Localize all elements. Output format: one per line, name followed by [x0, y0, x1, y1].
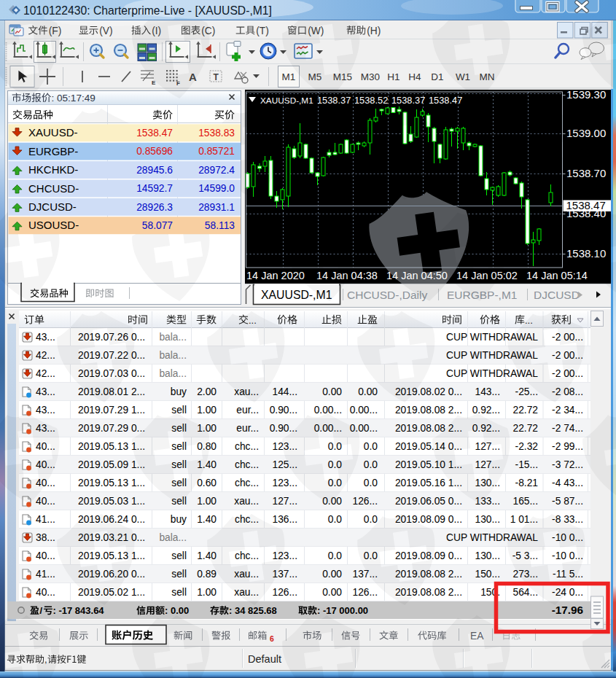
svg-text:136...: 136...: [272, 514, 297, 525]
svg-text:1.00: 1.00: [197, 587, 217, 598]
svg-text:chc...: chc...: [235, 478, 259, 488]
svg-text:XAUUSD-,M1: XAUUSD-,M1: [260, 96, 313, 106]
svg-text:22.72: 22.72: [512, 423, 538, 434]
svg-text:0.00: 0.00: [322, 386, 342, 397]
svg-text:42...: 42...: [36, 368, 55, 379]
svg-text:1539.30: 1539.30: [566, 88, 606, 101]
svg-text:CHCUSD-: CHCUSD-: [28, 182, 79, 195]
svg-text:-15...: -15...: [515, 459, 538, 470]
svg-text:1538.37: 1538.37: [317, 95, 351, 106]
svg-text:126...: 126...: [352, 496, 378, 507]
svg-text:XAUUSD-: XAUUSD-: [28, 126, 78, 139]
svg-text:165...: 165...: [512, 496, 538, 507]
svg-text:41...: 41...: [36, 514, 55, 525]
svg-text:2019.07.29 0...: 2019.07.29 0...: [78, 423, 145, 434]
svg-text:2019.08.08 2...: 2019.08.08 2...: [395, 405, 462, 416]
svg-text:sell: sell: [171, 587, 187, 598]
svg-text:-5 87...: -5 87...: [552, 496, 583, 507]
svg-text:2019.07.22 0...: 2019.07.22 0...: [78, 350, 145, 361]
svg-text:-2 99...: -2 99...: [552, 441, 583, 452]
svg-text:0.0: 0.0: [364, 514, 378, 525]
svg-text:1538.47: 1538.47: [429, 95, 462, 106]
svg-text:1.00: 1.00: [197, 496, 217, 507]
svg-text:xau...: xau...: [234, 496, 259, 507]
svg-text:USOUSD-: USOUSD-: [28, 219, 79, 231]
svg-text:: 0.00: : 0.00: [165, 605, 189, 616]
svg-text:-17.96: -17.96: [552, 604, 583, 616]
svg-text:130...: 130...: [475, 514, 500, 525]
svg-text:0.00: 0.00: [322, 587, 342, 598]
svg-text:1010122430: Charterprime-Live: 1010122430: Charterprime-Live - [XAUUSD-…: [23, 4, 272, 17]
svg-text:sell: sell: [171, 459, 187, 470]
svg-text:(H): (H): [367, 26, 381, 36]
svg-text:bala...: bala...: [159, 532, 187, 543]
svg-text:40...: 40...: [36, 587, 55, 598]
svg-text:M1: M1: [282, 71, 296, 82]
svg-text:0.85696: 0.85696: [136, 146, 173, 157]
svg-text:58.113: 58.113: [205, 220, 235, 231]
svg-text:28926.3: 28926.3: [136, 202, 173, 213]
svg-text:-2.32: -2.32: [515, 441, 538, 452]
svg-text:chc...: chc...: [235, 459, 259, 470]
svg-text:14599.0: 14599.0: [198, 183, 235, 194]
svg-text:eur...: eur...: [236, 423, 259, 434]
svg-text:D1: D1: [431, 71, 443, 82]
svg-text:2019.05.13 1...: 2019.05.13 1...: [78, 478, 145, 488]
svg-text:2019.05.03 1...: 2019.05.03 1...: [78, 496, 145, 507]
svg-text:123...: 123...: [272, 478, 297, 488]
svg-text:28945.6: 28945.6: [136, 165, 173, 176]
svg-text:2019.05.09 1...: 2019.05.09 1...: [78, 459, 145, 470]
svg-text:40...: 40...: [36, 496, 55, 507]
svg-text:0.90...: 0.90...: [270, 405, 297, 416]
svg-text:HKCHKD-: HKCHKD-: [28, 163, 78, 176]
svg-text:0.00: 0.00: [358, 386, 378, 397]
svg-text:126...: 126...: [352, 587, 378, 598]
svg-text:sell: sell: [171, 405, 187, 416]
svg-text:T: T: [214, 72, 219, 82]
svg-text:58.077: 58.077: [142, 220, 173, 231]
svg-text:-3 72...: -3 72...: [552, 459, 583, 470]
svg-text:EURGBP-: EURGBP-: [28, 145, 78, 157]
svg-text:1538.47: 1538.47: [566, 199, 606, 211]
svg-text:: 05:17:49: : 05:17:49: [51, 93, 95, 104]
svg-text:(T): (T): [256, 26, 269, 36]
svg-text:0.0: 0.0: [364, 459, 378, 470]
svg-text:: -17 000.00: : -17 000.00: [317, 605, 368, 616]
svg-text:/: /: [40, 605, 43, 616]
svg-text:28931.1: 28931.1: [198, 202, 235, 213]
svg-text:bala...: bala...: [159, 350, 187, 361]
svg-text:2019.07.29 1...: 2019.07.29 1...: [78, 405, 145, 416]
svg-text:40...: 40...: [36, 550, 55, 561]
svg-text:chc...: chc...: [235, 550, 259, 561]
svg-text:Default: Default: [248, 653, 281, 665]
svg-text:130...: 130...: [475, 550, 500, 561]
svg-text:126...: 126...: [272, 587, 297, 598]
svg-text:1538.83: 1538.83: [198, 128, 235, 139]
svg-text:123...: 123...: [272, 550, 297, 561]
svg-text:144...: 144...: [272, 386, 297, 397]
svg-text:-8.21: -8.21: [515, 478, 538, 488]
svg-text:1538.47: 1538.47: [136, 128, 173, 139]
svg-text:buy: buy: [171, 386, 187, 397]
svg-text:H1: H1: [387, 71, 399, 82]
svg-text:0.0: 0.0: [328, 514, 343, 525]
svg-text:22.72: 22.72: [512, 405, 538, 416]
svg-text:bala...: bala...: [159, 332, 187, 343]
svg-text:0.0: 0.0: [364, 478, 378, 488]
svg-text:41...: 41...: [36, 569, 55, 580]
svg-text:14 Jan 04:50: 14 Jan 04:50: [386, 270, 448, 281]
svg-text:0.60: 0.60: [197, 478, 217, 488]
svg-text:38...: 38...: [36, 532, 55, 543]
svg-text:43...: 43...: [36, 405, 55, 416]
svg-text:H4: H4: [408, 71, 421, 82]
svg-text:14 Jan 05:14: 14 Jan 05:14: [526, 270, 588, 281]
svg-text:0.0: 0.0: [328, 550, 343, 561]
svg-text:150...: 150...: [475, 569, 500, 580]
svg-text:: 34 825.68: : 34 825.68: [229, 605, 277, 616]
svg-text:(V): (V): [99, 26, 112, 36]
svg-text:2019.06.05 0...: 2019.06.05 0...: [395, 496, 462, 507]
svg-text:1.40: 1.40: [197, 514, 217, 525]
svg-text:0.89: 0.89: [197, 569, 217, 580]
svg-text:bala...: bala...: [159, 368, 187, 379]
svg-text:DJCUSD: DJCUSD: [534, 289, 580, 301]
